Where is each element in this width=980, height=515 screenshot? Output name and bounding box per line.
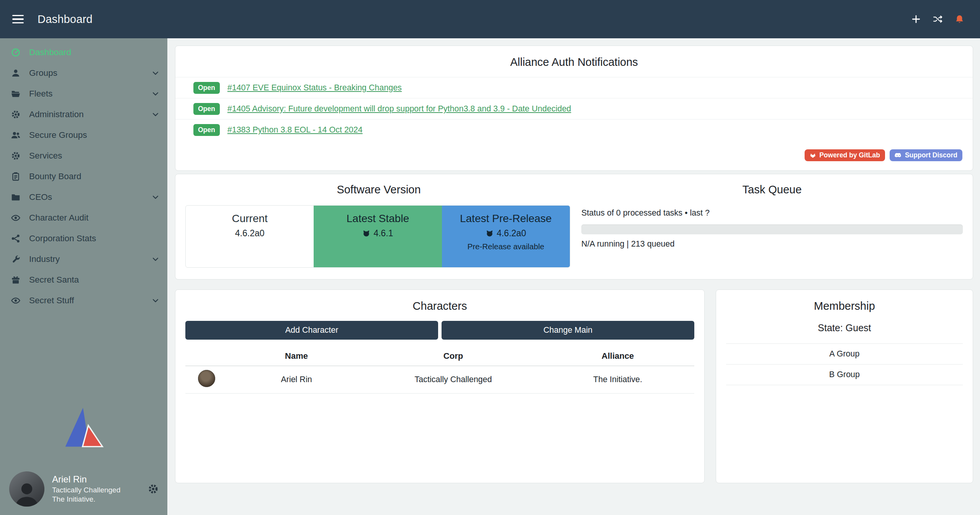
notification-row: Open #1405 Advisory: Future development … [175,98,973,119]
chevron-down-icon [151,296,160,305]
membership-groups: A Group B Group [726,343,963,385]
sidebar-item-label: Character Audit [29,213,160,223]
shuffle-icon[interactable] [932,14,944,24]
sidebar-item-ceos[interactable]: CEOs [0,187,167,208]
software-version-section: Software Version Current 4.6.2a0 Latest … [185,183,572,268]
task-queue-status: Status of 0 processed tasks • last ? [581,208,963,218]
user-icon [10,68,21,78]
characters-card: Characters Add Character Change Main Nam… [175,289,705,483]
gitlab-badge[interactable]: Powered by GitLab [805,149,885,161]
sidebar-item-label: Industry [29,254,148,264]
chevron-down-icon [151,90,160,98]
clipboard-icon [10,172,21,181]
sidebar-item-secure-groups[interactable]: Secure Groups [0,125,167,146]
discord-icon [895,153,902,158]
version-current: Current 4.6.2a0 [186,206,314,267]
folder-icon [10,192,21,202]
sidebar-item-label: CEOs [29,192,148,202]
membership-card: Membership State: Guest A Group B Group [716,289,973,483]
user-corp: Tactically Challenged [52,486,121,495]
chevron-down-icon [151,110,160,119]
character-alliance-cell: The Initiative. [541,375,694,384]
character-name-cell: Ariel Rin [227,375,365,384]
sidebar-item-label: Groups [29,68,148,78]
top-navbar: Dashboard [0,0,980,38]
version-value: 4.6.1 [373,228,393,239]
sidebar-item-label: Secret Santa [29,275,160,285]
column-header-name: Name [227,351,365,361]
column-header-alliance: Alliance [541,351,694,361]
main-content: Alliance Auth Notifications Open #1407 E… [167,38,980,515]
sidebar-item-label: Secret Stuff [29,296,148,306]
version-label: Current [186,213,314,225]
bottom-row: Characters Add Character Change Main Nam… [175,289,973,483]
version-panel: Current 4.6.2a0 Latest Stable 4.6.1 Late… [185,205,570,268]
add-icon[interactable] [911,14,921,25]
chevron-down-icon [151,69,160,77]
group-row: B Group [726,365,963,385]
sidebar-item-bounty-board[interactable]: Bounty Board [0,166,167,187]
characters-table: Name Corp Alliance Ariel Rin Tactically … [185,348,694,394]
share-nodes-icon [10,234,21,244]
sidebar-item-secret-stuff[interactable]: Secret Stuff [0,290,167,311]
column-header-corp: Corp [365,351,541,361]
sidebar-item-label: Secure Groups [29,130,160,140]
sidebar-item-label: Administration [29,110,148,119]
version-label: Latest Stable [314,213,442,225]
character-row: Ariel Rin Tactically Challenged The Init… [185,366,694,394]
task-queue-summary: N/A running | 213 queued [581,239,963,249]
notification-link[interactable]: #1407 EVE Equinox Status - Breaking Chan… [227,83,402,93]
notifications-footer: Powered by GitLab Support Discord [175,140,973,165]
gift-icon [10,275,21,285]
notification-link[interactable]: #1383 Python 3.8 EOL - 14 Oct 2024 [227,125,363,135]
user-settings-gear-icon[interactable] [147,483,159,495]
notification-row: Open #1383 Python 3.8 EOL - 14 Oct 2024 [175,119,973,140]
user-avatar [9,471,44,507]
sidebar-item-label: Corporation Stats [29,234,160,244]
sidebar-item-services[interactable]: Services [0,146,167,166]
add-character-button[interactable]: Add Character [185,321,438,340]
status-badge: Open [193,82,220,94]
sidebar-item-corporation-stats[interactable]: Corporation Stats [0,228,167,249]
change-main-button[interactable]: Change Main [442,321,694,340]
notification-link[interactable]: #1405 Advisory: Future development will … [227,104,571,114]
membership-title: Membership [726,300,963,312]
task-queue-section: Task Queue Status of 0 processed tasks •… [572,183,963,268]
version-value: 4.6.2a0 [235,228,265,239]
sidebar-item-fleets[interactable]: Fleets [0,83,167,104]
task-queue-title: Task Queue [581,183,963,196]
gitlab-icon [810,152,816,159]
group-row: A Group [726,343,963,365]
sidebar-item-groups[interactable]: Groups [0,63,167,83]
menu-icon[interactable] [11,13,25,26]
sidebar-item-label: Dashboard [29,47,160,57]
discord-badge[interactable]: Support Discord [890,149,962,161]
eye-icon [10,296,21,306]
chevron-down-icon [151,193,160,201]
sidebar-item-label: Bounty Board [29,172,160,181]
sidebar-item-character-audit[interactable]: Character Audit [0,208,167,228]
sidebar-item-label: Services [29,151,160,161]
version-latest-prerelease: Latest Pre-Release 4.6.2a0 Pre-Release a… [442,206,570,267]
version-label: Latest Pre-Release [442,213,570,225]
sidebar-item-industry[interactable]: Industry [0,249,167,270]
notifications-bell-icon[interactable] [954,14,965,25]
sidebar-item-administration[interactable]: Administration [0,104,167,125]
cogs-icon [10,151,21,161]
status-badge: Open [193,124,220,136]
version-value: 4.6.2a0 [497,228,526,239]
membership-state: State: Guest [726,322,963,334]
characters-actions: Add Character Change Main [185,321,694,340]
sidebar-menu: Dashboard Groups Fleets Administra [0,38,167,311]
gears-icon [10,110,21,119]
sidebar-item-label: Fleets [29,89,148,99]
user-name: Ariel Rin [52,474,121,486]
sidebar-item-dashboard[interactable]: Dashboard [0,42,167,63]
characters-title: Characters [185,300,694,312]
prerelease-note: Pre-Release available [442,242,570,251]
notifications-card: Alliance Auth Notifications Open #1407 E… [175,46,973,171]
character-corp-cell: Tactically Challenged [365,375,541,384]
sidebar-item-secret-santa[interactable]: Secret Santa [0,270,167,290]
user-panel: Ariel Rin Tactically Challenged The Init… [0,466,167,515]
wrench-icon [10,254,21,264]
